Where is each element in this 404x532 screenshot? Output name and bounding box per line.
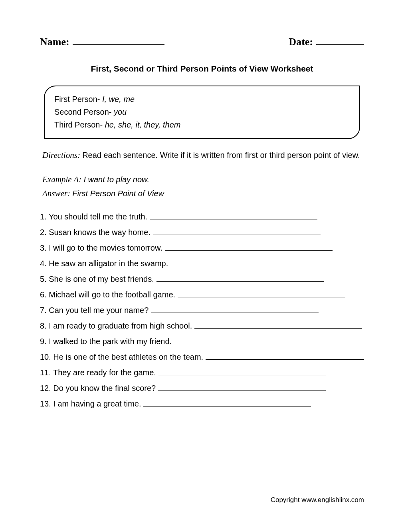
question-text: 9. I walked to the park with my friend. (40, 337, 172, 346)
info-label-second: Second Person- (54, 108, 114, 116)
question-row: 1. You should tell me the truth. (40, 212, 364, 221)
name-field-group: Name: (40, 36, 164, 48)
answer-line[interactable] (153, 228, 321, 235)
answer-line[interactable] (165, 243, 333, 251)
question-text: 7. Can you tell me your name? (40, 306, 149, 315)
question-text: 11. They are ready for the game. (40, 368, 156, 377)
answer-line[interactable] (150, 212, 317, 219)
question-text: 8. I am ready to graduate from high scho… (40, 321, 192, 331)
question-text: 10. He is one of the best athletes on th… (40, 353, 203, 362)
answer-line[interactable] (178, 290, 345, 297)
answer-line[interactable] (170, 259, 338, 266)
worksheet-title: First, Second or Third Person Points of … (40, 64, 364, 74)
date-field-group: Date: (289, 36, 364, 48)
answer-line[interactable] (158, 384, 326, 391)
question-row: 11. They are ready for the game. (40, 368, 364, 377)
question-text: 1. You should tell me the truth. (40, 212, 147, 221)
question-text: 5. She is one of my best friends. (40, 275, 154, 284)
worksheet-page: Name: Date: First, Second or Third Perso… (0, 0, 404, 532)
question-row: 8. I am ready to graduate from high scho… (40, 321, 364, 331)
info-examples-third: he, she, it, they, them (105, 120, 181, 129)
name-label: Name: (40, 36, 69, 48)
answer-row: Answer: First Person Point of View (42, 187, 362, 201)
info-line-second: Second Person- you (54, 106, 350, 118)
date-label: Date: (289, 36, 313, 48)
question-row: 4. He saw an alligator in the swamp. (40, 259, 364, 268)
question-text: 4. He saw an alligator in the swamp. (40, 259, 168, 268)
answer-line[interactable] (158, 368, 326, 375)
answer-line[interactable] (151, 306, 319, 313)
example-text: I want to play now. (83, 175, 149, 184)
info-label-third: Third Person- (54, 120, 105, 129)
copyright-text: Copyright www.englishlinx.com (271, 496, 364, 504)
question-row: 9. I walked to the park with my friend. (40, 337, 364, 346)
question-text: 3. I will go to the movies tomorrow. (40, 243, 162, 253)
info-label-first: First Person- (54, 95, 102, 104)
info-examples-second: you (114, 108, 127, 116)
question-row: 3. I will go to the movies tomorrow. (40, 243, 364, 253)
example-block: Example A: I want to play now. Answer: F… (42, 173, 362, 201)
question-text: 12. Do you know the final score? (40, 384, 156, 393)
question-row: 7. Can you tell me your name? (40, 306, 364, 315)
question-text: 13. I am having a great time. (40, 399, 141, 408)
question-row: 13. I am having a great time. (40, 399, 364, 408)
info-line-first: First Person- I, we, me (54, 93, 350, 106)
question-row: 2. Susan knows the way home. (40, 228, 364, 237)
question-row: 10. He is one of the best athletes on th… (40, 353, 364, 362)
example-row: Example A: I want to play now. (42, 173, 362, 187)
question-row: 12. Do you know the final score? (40, 384, 364, 393)
name-input-line[interactable] (73, 36, 164, 45)
answer-line[interactable] (194, 321, 362, 329)
question-text: 2. Susan knows the way home. (40, 228, 151, 237)
example-label: Example A: (42, 175, 83, 184)
answer-text: First Person Point of View (72, 189, 164, 198)
question-text: 6. Michael will go to the football game. (40, 290, 175, 299)
directions-block: Directions: Read each sentence. Write if… (42, 149, 362, 162)
answer-line[interactable] (156, 275, 324, 282)
answer-line[interactable] (174, 337, 342, 344)
info-line-third: Third Person- he, she, it, they, them (54, 118, 350, 131)
directions-text: Read each sentence. Write if it is writt… (82, 151, 360, 159)
header-row: Name: Date: (40, 36, 364, 48)
answer-line[interactable] (206, 353, 364, 360)
question-row: 5. She is one of my best friends. (40, 275, 364, 284)
info-box: First Person- I, we, me Second Person- y… (44, 86, 360, 139)
question-row: 6. Michael will go to the football game. (40, 290, 364, 299)
answer-label: Answer: (42, 189, 72, 198)
questions-list: 1. You should tell me the truth. 2. Susa… (40, 212, 364, 408)
answer-line[interactable] (143, 399, 311, 406)
info-examples-first: I, we, me (102, 95, 135, 104)
directions-label: Directions: (42, 150, 82, 160)
date-input-line[interactable] (316, 36, 364, 45)
